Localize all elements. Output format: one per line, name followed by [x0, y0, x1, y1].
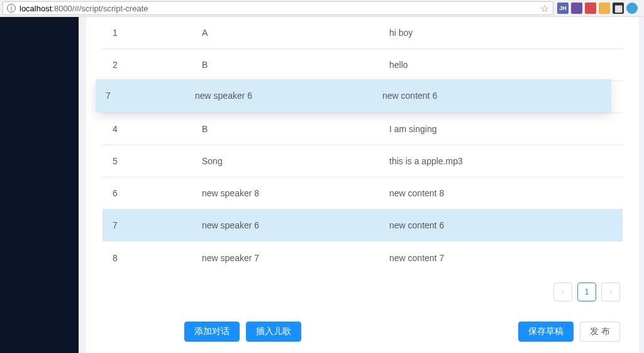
pagination: ‹ 1 › — [86, 274, 639, 301]
add-dialog-button[interactable]: 添加对话 — [184, 322, 240, 342]
row-number: 8 — [113, 253, 202, 263]
ext-icon-5[interactable]: ▦ — [613, 3, 624, 14]
url-text: localhost:8000/#/script/script-create — [19, 4, 148, 13]
ext-icon-6[interactable] — [626, 3, 638, 14]
row-speaker: A — [202, 28, 389, 38]
url-input[interactable]: i localhost:8000/#/script/script-create … — [3, 1, 553, 15]
row-content: hello — [389, 60, 613, 70]
row-content: new content 6 — [382, 91, 601, 101]
row-content: new content 7 — [389, 253, 613, 263]
browser-address-bar: i localhost:8000/#/script/script-create … — [0, 0, 644, 17]
table-row[interactable]: 6 new speaker 8 new content 8 — [103, 177, 623, 210]
row-content: this is a apple.mp3 — [389, 156, 613, 166]
row-number: 2 — [113, 60, 202, 70]
info-icon: i — [7, 4, 16, 13]
row-speaker: new speaker 8 — [202, 188, 389, 198]
extension-icons: JH ▦ — [553, 3, 641, 14]
table-row[interactable]: 4 B I am singing — [103, 113, 623, 145]
row-number: 5 — [113, 156, 202, 166]
table-row[interactable]: 2 B hello — [103, 49, 623, 81]
ext-icon-1[interactable]: JH — [557, 3, 569, 14]
insert-song-button[interactable]: 插入儿歌 — [246, 322, 301, 342]
row-speaker: B — [202, 124, 389, 134]
table-row[interactable]: 8 new speaker 7 new content 7 — [103, 242, 623, 274]
table-row[interactable]: 5 Song this is a apple.mp3 — [103, 145, 623, 177]
row-speaker: B — [202, 60, 389, 70]
row-speaker: Song — [202, 156, 389, 166]
page-prev-button[interactable]: ‹ — [553, 283, 572, 301]
row-number: 7 — [106, 91, 195, 101]
ext-icon-2[interactable] — [571, 3, 582, 14]
row-content: hi boy — [389, 28, 613, 38]
ext-icon-3[interactable] — [585, 3, 596, 14]
main-content: 1 A hi boy 2 B hello 4 — [79, 17, 644, 353]
publish-button[interactable]: 发 布 — [580, 322, 620, 342]
table-row[interactable]: 1 A hi boy — [103, 17, 623, 49]
chevron-left-icon: ‹ — [562, 288, 564, 296]
row-content: new content 6 — [389, 220, 613, 230]
script-table: 1 A hi boy 2 B hello 4 — [103, 17, 623, 274]
row-speaker: new speaker 6 — [202, 220, 389, 230]
row-speaker: new speaker 7 — [202, 253, 389, 263]
row-number: 6 — [113, 188, 202, 198]
save-draft-button[interactable]: 保存草稿 — [518, 322, 574, 342]
row-content: I am singing — [389, 124, 613, 134]
dragging-row[interactable]: 7 new speaker 6 new content 6 — [96, 79, 611, 112]
table-row[interactable]: 7 new speaker 6 new content 6 — [103, 210, 623, 242]
footer-actions: 添加对话 插入儿歌 保存草稿 发 布 — [86, 301, 639, 342]
row-number: 1 — [113, 28, 202, 38]
row-speaker: new speaker 6 — [195, 91, 382, 101]
page-next-button[interactable]: › — [601, 283, 620, 301]
page-number-button[interactable]: 1 — [577, 283, 596, 301]
row-number: 7 — [113, 220, 202, 230]
bookmark-star-icon[interactable]: ☆ — [540, 3, 549, 14]
ext-icon-4[interactable] — [599, 3, 610, 14]
row-number: 4 — [113, 124, 202, 134]
sidebar — [0, 17, 79, 353]
row-content: new content 8 — [389, 188, 613, 198]
chevron-right-icon: › — [609, 288, 612, 296]
